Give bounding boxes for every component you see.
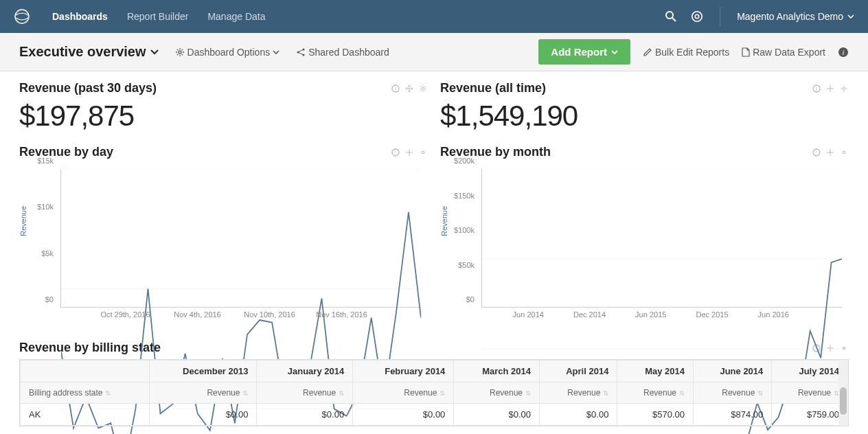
y-tick-label: $100k: [454, 226, 475, 234]
y-tick-label: $15k: [37, 157, 54, 165]
panel-revenue-alltime: Revenue (all time) i $1,549,190: [440, 81, 849, 133]
table-col-revenue[interactable]: Revenue⇅: [772, 382, 848, 404]
x-tick-label: Oct 29th, 2016: [100, 310, 150, 319]
top-nav: Dashboards Report Builder Manage Data Ma…: [0, 0, 868, 33]
account-menu[interactable]: Magento Analytics Demo: [737, 11, 854, 22]
table-col-revenue[interactable]: Revenue⇅: [617, 382, 694, 404]
cell-revenue: $0.00: [540, 404, 617, 426]
kpi-value: $1,549,190: [440, 100, 849, 133]
info-icon[interactable]: i: [838, 47, 849, 58]
table-col-revenue[interactable]: Revenue⇅: [149, 382, 257, 404]
table-col-revenue[interactable]: Revenue⇅: [353, 382, 454, 404]
help-icon[interactable]: [691, 10, 703, 23]
svg-point-5: [179, 51, 181, 54]
table-col-month: April 2014: [540, 361, 617, 382]
gear-icon[interactable]: [418, 84, 428, 93]
move-icon[interactable]: [825, 84, 835, 93]
revenue-state-table: December 2013January 2014February 2014Ma…: [20, 360, 848, 426]
table-col-revenue[interactable]: Revenue⇅: [257, 382, 353, 404]
svg-text:i: i: [842, 48, 844, 56]
x-tick-label: Nov 4th, 2016: [174, 310, 221, 319]
row-kpis: Revenue (past 30 days) i $197,875 Revenu…: [19, 81, 849, 133]
cell-state: AK: [21, 404, 150, 426]
panel-actions: [391, 148, 428, 157]
move-icon[interactable]: [404, 84, 414, 93]
shared-dashboard[interactable]: Shared Dashboard: [296, 47, 389, 58]
raw-export-link[interactable]: Raw Data Export: [742, 47, 825, 58]
add-report-button[interactable]: Add Report: [538, 39, 630, 65]
dashboard-options[interactable]: Dashboard Options: [175, 47, 280, 58]
table-col-revenue[interactable]: Revenue⇅: [454, 382, 540, 404]
content-area: Revenue (past 30 days) i $197,875 Revenu…: [0, 71, 868, 434]
sort-icon: ⇅: [439, 389, 445, 397]
revenue-header-label: Revenue: [303, 388, 336, 398]
svg-text:i: i: [816, 86, 817, 92]
svg-text:i: i: [395, 86, 396, 92]
move-icon[interactable]: [404, 148, 414, 157]
panel-revenue-30d: Revenue (past 30 days) i $197,875: [19, 81, 428, 133]
file-icon: [742, 47, 750, 57]
cell-revenue: $570.00: [617, 404, 694, 426]
panel-title: Revenue (past 30 days): [19, 81, 391, 95]
info-icon[interactable]: [391, 148, 400, 157]
info-icon[interactable]: i: [812, 84, 821, 93]
dashboard-selector[interactable]: Executive overview: [19, 44, 159, 60]
gear-icon[interactable]: [839, 148, 849, 157]
cell-revenue: $0.00: [454, 404, 540, 426]
x-tick-label: Jun 2014: [513, 310, 544, 319]
chevron-down-icon: [150, 49, 159, 55]
search-icon[interactable]: [665, 10, 677, 23]
panel-revenue-by-month: Revenue by month Revenue $0$50k$100k$150…: [440, 145, 849, 328]
table-col-month: June 2014: [694, 361, 772, 382]
x-tick-label: Jun 2016: [758, 310, 789, 319]
brand-logo[interactable]: [14, 8, 30, 25]
revenue-header-label: Revenue: [490, 388, 523, 398]
x-ticks: Oct 29th, 2016Nov 4th, 2016Nov 10th, 201…: [60, 310, 421, 323]
y-ticks: $0$5k$10k$15k: [19, 169, 58, 308]
nav-manage-data[interactable]: Manage Data: [207, 11, 265, 22]
x-ticks: Jun 2014Dec 2014Jun 2015Dec 2015Jun 2016: [481, 310, 842, 323]
nav-dashboards[interactable]: Dashboards: [52, 11, 108, 22]
table-col-month: December 2013: [149, 361, 257, 382]
chevron-down-icon: [611, 50, 618, 54]
nav-links: Dashboards Report Builder Manage Data: [52, 11, 665, 22]
y-tick-label: $0: [45, 295, 54, 304]
svg-point-22: [813, 149, 820, 156]
gear-icon[interactable]: [418, 148, 428, 157]
raw-export-label: Raw Data Export: [753, 47, 825, 58]
panel-revenue-by-day: Revenue by day Revenue $0$5k$10k$15k Oct…: [19, 145, 428, 328]
table-row: AK$0.00$0.00$0.00$0.00$0.00$570.00$874.0…: [21, 404, 848, 426]
panel-title: Revenue (all time): [440, 81, 812, 95]
dashboard-name: Executive overview: [19, 44, 146, 60]
bulk-edit-link[interactable]: Bulk Edit Reports: [643, 47, 729, 58]
svg-line-2: [672, 18, 676, 21]
revenue-header-label: Revenue: [404, 388, 437, 398]
svg-point-18: [422, 151, 424, 154]
nav-report-builder[interactable]: Report Builder: [127, 11, 189, 22]
panel-actions: [812, 148, 849, 157]
gear-icon[interactable]: [839, 84, 849, 93]
sort-icon: ⇅: [757, 389, 763, 397]
info-icon[interactable]: i: [391, 84, 400, 93]
svg-point-3: [692, 12, 702, 21]
row-charts: Revenue by day Revenue $0$5k$10k$15k Oct…: [19, 145, 849, 328]
sort-icon: ⇅: [603, 389, 608, 397]
info-icon[interactable]: [812, 148, 821, 157]
table-col-state[interactable]: Billing address state⇅: [21, 382, 150, 404]
cell-revenue: $0.00: [149, 404, 257, 426]
table-col-month: July 2014: [772, 361, 848, 382]
table-col-month: January 2014: [257, 361, 353, 382]
table-col-revenue[interactable]: Revenue⇅: [694, 382, 772, 404]
table-vertical-scrollbar[interactable]: [838, 360, 848, 426]
revenue-header-label: Revenue: [643, 388, 676, 398]
table-col-revenue[interactable]: Revenue⇅: [540, 382, 617, 404]
add-report-label: Add Report: [551, 46, 607, 58]
sort-icon: ⇅: [525, 389, 531, 397]
x-tick-label: Jun 2015: [635, 310, 666, 319]
x-tick-label: Nov 16th, 2016: [316, 310, 367, 319]
revenue-header-label: Revenue: [798, 388, 831, 398]
y-tick-label: $0: [466, 295, 475, 304]
move-icon[interactable]: [825, 148, 835, 157]
scrollbar-thumb[interactable]: [840, 387, 847, 415]
x-tick-label: Dec 2014: [573, 310, 606, 319]
